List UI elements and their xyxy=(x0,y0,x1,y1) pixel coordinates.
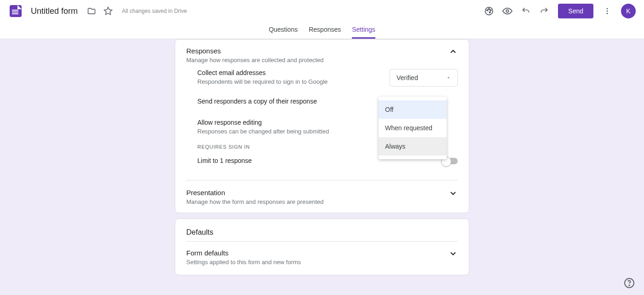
caret-down-icon xyxy=(446,75,451,80)
more-options-icon[interactable] xyxy=(599,3,615,19)
form-defaults-title: Form defaults xyxy=(186,249,301,257)
star-icon[interactable] xyxy=(100,3,116,19)
defaults-heading: Defaults xyxy=(175,219,469,241)
preview-icon[interactable] xyxy=(499,3,516,19)
svg-marker-0 xyxy=(104,7,112,15)
presentation-subtitle: Manage how the form and responses are pr… xyxy=(186,198,323,205)
presentation-section: Presentation Manage how the form and res… xyxy=(186,180,458,205)
svg-point-4 xyxy=(490,10,492,11)
tab-questions[interactable]: Questions xyxy=(269,22,298,39)
help-icon[interactable] xyxy=(624,278,635,289)
form-defaults-section: Form defaults Settings applied to this f… xyxy=(175,249,469,271)
form-defaults-sub: Settings applied to this form and new fo… xyxy=(186,259,301,266)
chevron-up-icon[interactable] xyxy=(448,47,458,56)
app-header: Untitled form All changes saved in Drive… xyxy=(0,0,644,39)
send-copy-dropdown[interactable]: Off When requested Always xyxy=(379,97,447,159)
saved-status-text: All changes saved in Drive xyxy=(122,8,187,14)
form-title[interactable]: Untitled form xyxy=(31,6,78,16)
tabs-bar: Questions Responses Settings xyxy=(0,22,644,39)
responses-subtitle: Manage how responses are collected and p… xyxy=(186,57,323,64)
collect-email-selected-value: Verified xyxy=(397,74,418,81)
svg-point-9 xyxy=(607,13,608,14)
header-actions: Send K xyxy=(481,3,637,19)
svg-point-7 xyxy=(607,8,608,9)
svg-point-3 xyxy=(489,8,490,10)
collect-email-select[interactable]: Verified xyxy=(390,69,458,87)
row-collect-email: Collect email addresses Respondents will… xyxy=(186,64,458,92)
tab-responses[interactable]: Responses xyxy=(309,22,341,39)
svg-point-8 xyxy=(607,11,608,12)
tab-settings[interactable]: Settings xyxy=(352,22,375,39)
svg-point-12 xyxy=(629,285,630,286)
chevron-down-icon[interactable] xyxy=(448,249,458,258)
svg-point-5 xyxy=(489,12,491,13)
avatar[interactable]: K xyxy=(621,4,636,18)
settings-content: Responses Manage how responses are colle… xyxy=(175,39,469,275)
send-button[interactable]: Send xyxy=(558,4,593,18)
responses-title: Responses xyxy=(186,47,323,55)
forms-logo-icon[interactable] xyxy=(10,5,22,17)
collect-email-title: Collect email addresses xyxy=(197,69,390,76)
svg-marker-10 xyxy=(448,77,449,78)
header-top: Untitled form All changes saved in Drive… xyxy=(0,0,644,22)
redo-icon[interactable] xyxy=(536,3,552,19)
svg-point-6 xyxy=(506,10,509,12)
undo-icon[interactable] xyxy=(518,3,534,19)
chevron-down-icon[interactable] xyxy=(448,189,458,198)
presentation-title: Presentation xyxy=(186,189,323,197)
move-folder-icon[interactable] xyxy=(83,3,100,19)
dropdown-option-always[interactable]: Always xyxy=(379,137,447,156)
defaults-card: Defaults Form defaults Settings applied … xyxy=(175,219,469,275)
divider xyxy=(186,241,458,242)
customize-theme-icon[interactable] xyxy=(481,3,497,19)
dropdown-option-when-requested[interactable]: When requested xyxy=(379,119,447,137)
dropdown-option-off[interactable]: Off xyxy=(379,100,447,119)
svg-point-2 xyxy=(487,10,488,11)
collect-email-sub: Respondents will be required to sign in … xyxy=(197,78,390,85)
